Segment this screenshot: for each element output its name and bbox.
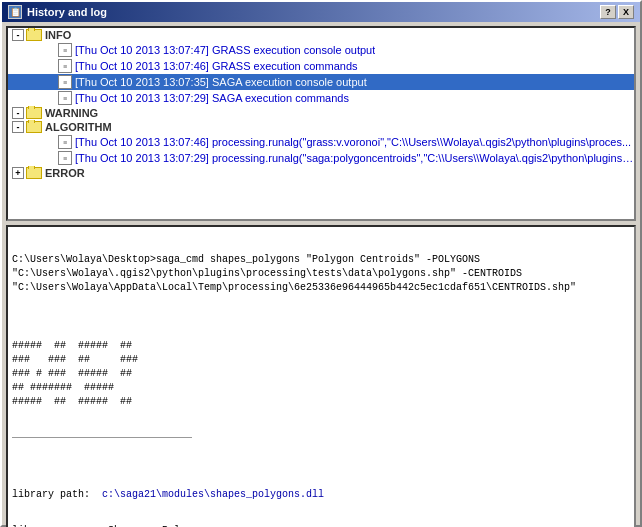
folder-error-icon <box>26 167 42 179</box>
title-bar-left: 📋 History and log <box>8 5 107 19</box>
tree-node-info[interactable]: - INFO <box>8 28 634 42</box>
tree-node-info-1[interactable]: [Thu Oct 10 2013 13:07:47] GRASS executi… <box>8 42 634 58</box>
log-library-path: library path: c:\saga21\modules\shapes_p… <box>12 488 630 502</box>
tree-node-info-4[interactable]: [Thu Oct 10 2013 13:07:29] SAGA executio… <box>8 90 634 106</box>
doc-icon-2 <box>58 59 72 73</box>
tree-node-info-2[interactable]: [Thu Oct 10 2013 13:07:46] GRASS executi… <box>8 58 634 74</box>
folder-algorithm-icon <box>26 121 42 133</box>
folder-info-icon <box>26 29 42 41</box>
info-1-label: [Thu Oct 10 2013 13:07:47] GRASS executi… <box>75 44 375 56</box>
expand-error-icon[interactable]: + <box>12 167 24 179</box>
algo-1-label: [Thu Oct 10 2013 13:07:46] processing.ru… <box>75 136 631 148</box>
log-command: C:\Users\Wolaya\Desktop>saga_cmd shapes_… <box>12 253 630 295</box>
info-3-label: [Thu Oct 10 2013 13:07:35] SAGA executio… <box>75 76 367 88</box>
doc-icon-3 <box>58 75 72 89</box>
log-ascii-art: ##### ## ##### ## ### ### ## ### ### # #… <box>12 339 630 409</box>
title-bar-buttons: ? X <box>600 5 634 19</box>
expand-algorithm-icon[interactable]: - <box>12 121 24 133</box>
info-4-label: [Thu Oct 10 2013 13:07:29] SAGA executio… <box>75 92 349 104</box>
doc-icon-algo-1 <box>58 135 72 149</box>
tree-node-algo-1[interactable]: [Thu Oct 10 2013 13:07:46] processing.ru… <box>8 134 634 150</box>
expand-warning-icon[interactable]: - <box>12 107 24 119</box>
log-panel[interactable]: C:\Users\Wolaya\Desktop>saga_cmd shapes_… <box>6 225 636 527</box>
algo-2-label: [Thu Oct 10 2013 13:07:29] processing.ru… <box>75 152 634 164</box>
tree-node-algo-2[interactable]: [Thu Oct 10 2013 13:07:29] processing.ru… <box>8 150 634 166</box>
history-log-window: 📋 History and log ? X - INFO [Thu Oct 10… <box>0 0 642 527</box>
info-label: INFO <box>45 29 71 41</box>
help-button[interactable]: ? <box>600 5 616 19</box>
library-path-label: library path: <box>12 489 90 500</box>
expand-info-icon[interactable]: - <box>12 29 24 41</box>
warning-label: WARNING <box>45 107 98 119</box>
doc-icon-1 <box>58 43 72 57</box>
title-bar: 📋 History and log ? X <box>2 2 640 22</box>
tree-node-warning[interactable]: - WARNING <box>8 106 634 120</box>
doc-icon-4 <box>58 91 72 105</box>
window-icon: 📋 <box>8 5 22 19</box>
doc-icon-algo-2 <box>58 151 72 165</box>
library-path-value: c:\saga21\modules\shapes_polygons.dll <box>102 489 324 500</box>
close-title-button[interactable]: X <box>618 5 634 19</box>
main-content: - INFO [Thu Oct 10 2013 13:07:47] GRASS … <box>2 22 640 527</box>
folder-warning-icon <box>26 107 42 119</box>
log-divider <box>12 437 192 438</box>
tree-node-error[interactable]: + ERROR <box>8 166 634 180</box>
window-title: History and log <box>27 6 107 18</box>
tree-node-algorithm[interactable]: - ALGORITHM <box>8 120 634 134</box>
error-label: ERROR <box>45 167 85 179</box>
tree-panel[interactable]: - INFO [Thu Oct 10 2013 13:07:47] GRASS … <box>6 26 636 221</box>
algorithm-label: ALGORITHM <box>45 121 112 133</box>
info-2-label: [Thu Oct 10 2013 13:07:46] GRASS executi… <box>75 60 358 72</box>
tree-node-info-3[interactable]: [Thu Oct 10 2013 13:07:35] SAGA executio… <box>8 74 634 90</box>
